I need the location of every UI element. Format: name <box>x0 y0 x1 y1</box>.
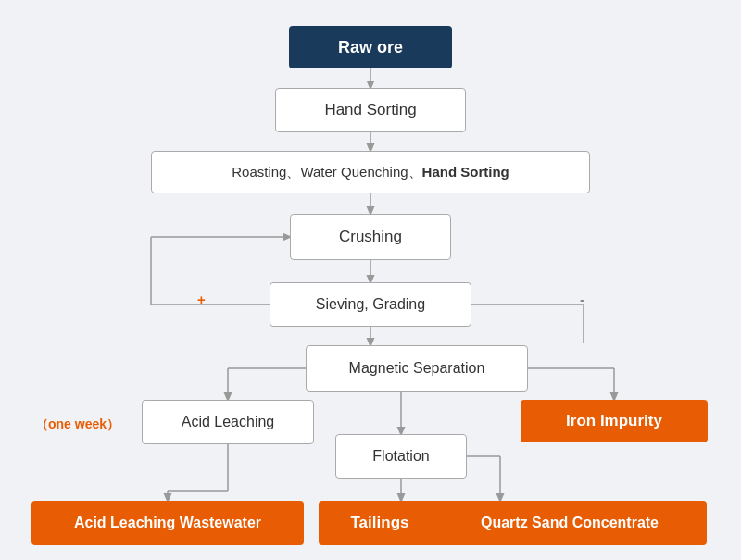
quartz-node: Quartz Sand Concentrate <box>433 501 707 545</box>
crushing-node: Crushing <box>290 214 451 260</box>
iron-impurity-node: Iron Impurity <box>521 400 708 442</box>
plus-label: + <box>197 292 206 307</box>
one-week-label: （one week） <box>35 417 119 433</box>
roasting-label: Roasting、Water Quenching、Hand Sorting <box>232 164 509 181</box>
sieving-node: Sieving, Grading <box>270 282 471 327</box>
minus-label: - <box>580 292 584 308</box>
roasting-node: Roasting、Water Quenching、Hand Sorting <box>151 151 590 193</box>
diagram: Raw ore Hand Sorting Roasting、Water Quen… <box>0 0 741 560</box>
acid-wastewater-node: Acid Leaching Wastewater <box>31 501 304 545</box>
tailings-node: Tailings <box>319 501 441 545</box>
hand-sorting-node: Hand Sorting <box>275 88 466 132</box>
magnetic-separation-node: Magnetic Separation <box>306 345 528 392</box>
flotation-node: Flotation <box>335 434 467 479</box>
acid-leaching-node: Acid Leaching <box>142 400 314 444</box>
raw-ore-node: Raw ore <box>289 26 452 68</box>
